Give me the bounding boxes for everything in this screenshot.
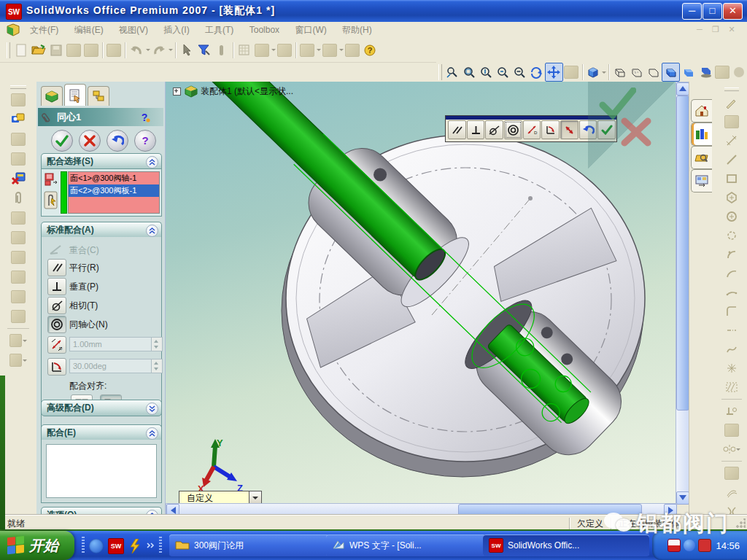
spline-icon[interactable] <box>723 341 740 358</box>
swap-faces-icon[interactable] <box>44 172 58 188</box>
taskbar-folder-window[interactable]: 300阀门论用 <box>169 534 330 556</box>
display-relations-icon[interactable] <box>723 421 740 439</box>
perpendicular-label[interactable]: 垂直(P) <box>69 281 98 293</box>
offset-entities-icon[interactable] <box>723 483 740 501</box>
no-external-ref-icon[interactable] <box>9 150 27 168</box>
angle-mate-button[interactable] <box>47 358 66 376</box>
viewport-vscrollbar[interactable] <box>676 82 690 505</box>
3point-arc-icon[interactable] <box>723 284 740 301</box>
orientation-combo[interactable]: 自定义 <box>179 491 262 503</box>
mirror-entities-icon[interactable] <box>723 440 740 458</box>
change-suppression-icon[interactable] <box>9 170 27 187</box>
3d-sketch-icon[interactable] <box>723 113 740 131</box>
circle-icon[interactable] <box>723 208 740 225</box>
pan-icon[interactable] <box>545 63 563 82</box>
tray-icon-2[interactable] <box>684 540 695 551</box>
centerline-icon[interactable] <box>723 322 740 339</box>
shaded-icon[interactable] <box>680 63 697 81</box>
rotate-component-icon[interactable] <box>9 229 27 246</box>
concentric-mate-button[interactable] <box>47 316 66 333</box>
menu-tools[interactable]: 工具(T) <box>198 22 240 39</box>
centerpoint-arc-icon[interactable] <box>723 246 740 263</box>
doc-minimize-button[interactable]: ─ <box>693 24 706 36</box>
resize-grip[interactable] <box>735 518 746 529</box>
exploded-view-icon2[interactable] <box>9 268 27 286</box>
simulation-icon[interactable] <box>9 351 27 369</box>
sw-resources-icon[interactable] <box>298 42 316 59</box>
close-button[interactable]: ✕ <box>723 3 743 20</box>
add-relation-icon[interactable] <box>723 402 740 420</box>
solidworks-quicklaunch-icon[interactable]: SW <box>108 538 124 554</box>
undo-button[interactable] <box>107 130 128 152</box>
doc-close-button[interactable]: ✕ <box>725 24 738 36</box>
tab-sw-resources[interactable] <box>691 99 712 122</box>
make-assembly-icon[interactable] <box>82 42 100 59</box>
zoom-area-icon[interactable] <box>461 63 478 81</box>
selection-item-1[interactable]: 面<1>@300阀轴-1 <box>69 172 159 184</box>
tree-expand-icon[interactable] <box>173 88 181 96</box>
edit-component-icon[interactable] <box>9 131 27 148</box>
menu-edit[interactable]: 编辑(E) <box>68 22 110 39</box>
shaded-with-edges-icon[interactable] <box>662 63 680 82</box>
clock[interactable]: 14:56 <box>716 540 740 551</box>
quicklaunch-grip[interactable] <box>82 537 85 554</box>
zoom-in-out-icon[interactable] <box>478 63 495 81</box>
section-advanced-mates[interactable]: 高级配合(D) <box>41 400 162 416</box>
hatch-icon[interactable] <box>723 378 740 396</box>
split-view-icon[interactable] <box>321 42 338 59</box>
sketch-fillet-icon[interactable] <box>723 303 740 320</box>
insert-component-icon[interactable] <box>9 91 27 109</box>
angle-input[interactable]: 30.00deg <box>69 359 152 373</box>
realview-icon[interactable] <box>730 63 747 81</box>
menu-window[interactable]: 窗口(W) <box>288 22 333 39</box>
new-icon[interactable] <box>12 42 30 59</box>
flashget-icon[interactable] <box>128 539 142 553</box>
menu-help[interactable]: 帮助(H) <box>336 22 379 39</box>
tab-property-manager[interactable] <box>64 84 86 106</box>
tangent-arc-icon[interactable] <box>723 265 740 282</box>
taskband-grip[interactable] <box>159 537 162 554</box>
collapse-mates[interactable] <box>146 427 158 440</box>
options-icon[interactable] <box>344 42 361 59</box>
taskbar-solidworks-window[interactable]: SW SolidWorks Offic... <box>483 534 649 556</box>
minimize-button[interactable]: ─ <box>682 3 702 20</box>
toolbar-grip[interactable] <box>7 42 10 58</box>
section-standard-mates[interactable]: 标准配合(A) <box>41 222 162 238</box>
tray-icon-3[interactable] <box>698 539 711 552</box>
zoom-selection-icon[interactable] <box>495 63 511 81</box>
ctx-angle-icon[interactable] <box>541 120 560 139</box>
tab-configuration-manager[interactable] <box>88 86 109 106</box>
viewport-vthumb[interactable] <box>676 96 689 411</box>
maximize-button[interactable]: □ <box>703 3 722 20</box>
exploded-view-icon[interactable] <box>276 42 293 59</box>
tab-file-explorer[interactable] <box>691 146 712 169</box>
rectangle-icon[interactable] <box>723 170 740 187</box>
rotate-view-icon[interactable] <box>528 63 545 81</box>
perimeter-circle-icon[interactable] <box>723 227 740 244</box>
section-mates[interactable]: 配合(E) <box>41 424 162 440</box>
ctx-tangent-icon[interactable] <box>485 120 503 139</box>
explode-line-icon[interactable] <box>9 288 27 306</box>
ctx-concentric-icon[interactable] <box>504 120 522 139</box>
interference-icon[interactable] <box>9 308 27 325</box>
open-icon[interactable] <box>30 42 47 59</box>
menu-toolbox[interactable]: Toolbox <box>243 23 286 37</box>
hide-show-component-icon[interactable] <box>9 111 27 128</box>
view-orientation-icon[interactable] <box>584 63 601 81</box>
pm-help-button[interactable]: ? <box>134 130 156 152</box>
point-icon[interactable] <box>723 359 740 377</box>
tab-design-library[interactable] <box>691 122 712 146</box>
selection-item-2[interactable]: 面<2>@300阀板-1 <box>69 184 159 197</box>
section-view-icon[interactable] <box>713 63 730 81</box>
convert-entities-icon[interactable] <box>723 464 740 482</box>
doc-restore-button[interactable]: ❐ <box>709 24 722 36</box>
shadows-icon[interactable] <box>697 63 713 81</box>
wireframe-icon[interactable] <box>611 63 628 81</box>
menu-view[interactable]: 视图(V) <box>112 22 155 39</box>
view-toolbar-grip[interactable] <box>438 64 442 80</box>
parallel-mate-button[interactable] <box>47 259 66 276</box>
perpendicular-mate-button[interactable] <box>47 278 66 295</box>
magnet-icon[interactable] <box>213 42 231 59</box>
sketch-icon[interactable] <box>723 94 740 112</box>
cancel-button[interactable] <box>79 130 101 152</box>
